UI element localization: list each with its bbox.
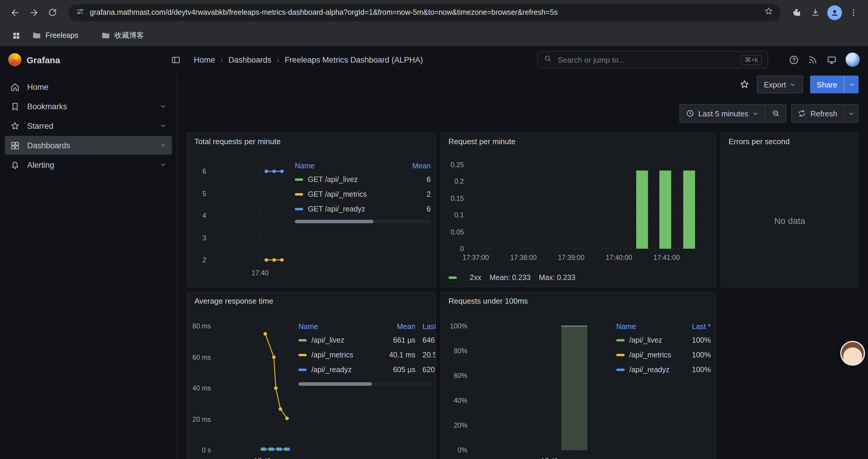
forward-icon[interactable] xyxy=(25,4,42,21)
share-button[interactable]: Share xyxy=(810,76,844,93)
apps-grid-icon[interactable] xyxy=(7,27,25,44)
favorite-star-icon[interactable] xyxy=(739,79,749,90)
bookmark-star-icon[interactable] xyxy=(764,6,773,18)
zoom-out-button[interactable] xyxy=(766,104,787,123)
series-value: 646 xyxy=(415,336,436,344)
legend-header[interactable]: Mean xyxy=(376,323,415,331)
brand-title: Grafana xyxy=(27,55,60,65)
search-input[interactable] xyxy=(557,55,736,65)
breadcrumb-dashboards[interactable]: Dashboards xyxy=(228,55,272,64)
chart-canvas[interactable]: 100%80%60%40%20%0%17:40 xyxy=(445,317,610,459)
refresh-button[interactable]: Refresh xyxy=(792,104,844,123)
share-split-button: Share xyxy=(810,76,859,93)
legend-row: GET /api/_readyz6 xyxy=(295,201,431,216)
sidebar-item-home[interactable]: Home xyxy=(5,77,172,96)
series-value: 100% xyxy=(680,336,711,344)
share-dropdown[interactable] xyxy=(844,76,859,93)
chevron-down-icon[interactable] xyxy=(159,142,167,149)
scrollbar-thumb[interactable] xyxy=(295,220,374,223)
grafana-header-left: Grafana xyxy=(8,53,181,66)
series-name[interactable]: 2xx xyxy=(470,273,481,282)
chevron-down-icon[interactable] xyxy=(159,161,167,168)
chart-canvas[interactable]: 0.250.20.150.10.05017:37:0017:38:0017:39… xyxy=(445,154,712,270)
series-value: 100% xyxy=(680,365,711,374)
rss-icon[interactable] xyxy=(808,55,818,65)
help-icon[interactable] xyxy=(789,55,799,65)
download-icon[interactable] xyxy=(807,4,824,21)
series-value: 661 µs xyxy=(376,336,415,344)
legend-header[interactable]: Mean xyxy=(401,162,431,170)
sidebar-item-bookmarks[interactable]: Bookmarks xyxy=(5,97,172,116)
series-marker xyxy=(616,354,625,356)
series-name[interactable]: GET /api/_readyz xyxy=(308,205,365,213)
reload-icon[interactable] xyxy=(44,4,61,21)
panel-title[interactable]: Errors per second xyxy=(728,137,790,146)
header-icons xyxy=(789,53,860,67)
panel-title[interactable]: Total requests per minute xyxy=(194,137,281,146)
sidebar-item-label: Alerting xyxy=(27,160,54,169)
series-name[interactable]: GET /api/_metrics xyxy=(308,190,367,198)
legend-header[interactable]: Name xyxy=(299,323,376,331)
breadcrumb-current: Freeleaps Metrics Dashboard (ALPHA) xyxy=(285,55,423,64)
panel-title[interactable]: Average response time xyxy=(194,297,273,305)
series-name[interactable]: GET /api/_livez xyxy=(308,175,358,184)
sidebar-toggle-icon[interactable] xyxy=(171,55,181,65)
scrollbar-thumb[interactable] xyxy=(299,382,372,386)
chevron-down-icon[interactable] xyxy=(159,103,167,110)
legend-header[interactable]: Last * xyxy=(680,323,711,331)
url-bar[interactable]: grafana.mathmast.com/d/deytv4rwavabkb/fr… xyxy=(68,4,780,21)
legend-scrollbar[interactable] xyxy=(299,382,432,386)
back-icon[interactable] xyxy=(6,4,24,21)
breadcrumb-separator: › xyxy=(277,55,279,64)
series-name[interactable]: /api/_livez xyxy=(311,336,344,344)
series-marker xyxy=(616,368,625,371)
legend-row: /api/_livez100% xyxy=(616,333,711,347)
series-marker xyxy=(299,368,307,371)
profile-icon[interactable] xyxy=(826,4,843,21)
assistant-avatar[interactable] xyxy=(840,341,865,366)
refresh-interval-dropdown[interactable] xyxy=(844,104,859,123)
series-name[interactable]: /api/_livez xyxy=(629,336,662,344)
bookmark-item[interactable]: 收藏博客 xyxy=(96,28,149,43)
sidebar-item-dashboards[interactable]: Dashboards xyxy=(5,136,172,155)
browser-toolbar: grafana.mathmast.com/d/deytv4rwavabkb/fr… xyxy=(0,0,868,25)
series-value: 605 µs xyxy=(376,365,415,374)
panel-requests-under-100ms: Requests under 100ms 100%80%60%40%20%0%1… xyxy=(441,292,716,459)
bookmark-item[interactable]: Freeleaps xyxy=(27,28,83,42)
grafana-logo[interactable] xyxy=(8,53,21,66)
search-box[interactable]: ⌘+k xyxy=(537,51,768,68)
grid-icon xyxy=(10,140,21,151)
time-range-picker[interactable]: Last 5 minutes xyxy=(680,104,766,123)
menu-icon[interactable] xyxy=(844,4,862,21)
chart-canvas[interactable]: 6543217:40 xyxy=(191,153,292,281)
clock-icon xyxy=(686,109,694,118)
legend-header[interactable]: Last xyxy=(415,323,436,331)
breadcrumb: Home › Dashboards › Freeleaps Metrics Da… xyxy=(194,55,423,64)
sidebar-item-alerting[interactable]: Alerting xyxy=(5,155,172,174)
panel-title[interactable]: Request per minute xyxy=(448,137,516,146)
folder-icon xyxy=(101,31,110,40)
sidebar-item-starred[interactable]: Starred xyxy=(5,117,172,135)
legend-header[interactable]: Name xyxy=(616,323,680,331)
zoom-out-icon xyxy=(772,109,780,118)
site-info-icon[interactable] xyxy=(75,7,85,18)
legend-scrollbar[interactable] xyxy=(295,220,431,223)
series-name[interactable]: /api/_readyz xyxy=(629,365,670,374)
series-name[interactable]: /api/_readyz xyxy=(311,365,351,374)
export-button[interactable]: Export xyxy=(756,76,803,93)
user-avatar[interactable] xyxy=(845,53,860,67)
series-name[interactable]: /api/_metrics xyxy=(629,351,671,359)
extensions-icon[interactable] xyxy=(788,4,805,21)
legend-header[interactable]: Name xyxy=(295,162,401,170)
star-icon xyxy=(10,121,21,131)
chart-canvas[interactable]: 80 ms60 ms40 ms20 ms0 s17:40 xyxy=(191,317,299,459)
breadcrumb-home[interactable]: Home xyxy=(194,55,215,64)
series-name[interactable]: /api/_metrics xyxy=(311,351,353,359)
browser-window: grafana.mathmast.com/d/deytv4rwavabkb/fr… xyxy=(0,0,868,459)
monitor-icon[interactable] xyxy=(827,55,837,65)
panel-total-requests-per-minute: Total requests per minute 6543217:40 Nam… xyxy=(187,132,436,287)
panel-title[interactable]: Requests under 100ms xyxy=(448,297,528,305)
chevron-down-icon[interactable] xyxy=(159,122,167,129)
dashboard: Last 5 minutes Refresh Total requests pe… xyxy=(177,96,868,459)
legend-table: NameMeanGET /api/_livez6GET /api/_metric… xyxy=(295,160,431,216)
